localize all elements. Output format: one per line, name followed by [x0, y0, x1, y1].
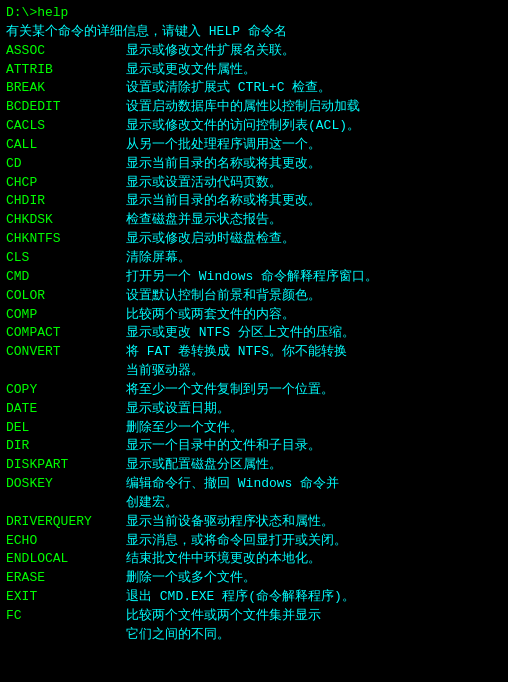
command-row: ASSOC显示或修改文件扩展名关联。: [6, 42, 502, 61]
command-row: CMD打开另一个 Windows 命令解释程序窗口。: [6, 268, 502, 287]
command-row: BREAK设置或清除扩展式 CTRL+C 检查。: [6, 79, 502, 98]
command-row: DEL删除至少一个文件。: [6, 419, 502, 438]
command-row: FC比较两个文件或两个文件集并显示: [6, 607, 502, 626]
command-row: ECHO显示消息，或将命令回显打开或关闭。: [6, 532, 502, 551]
command-row: CLS清除屏幕。: [6, 249, 502, 268]
command-row: BCDEDIT设置启动数据库中的属性以控制启动加载: [6, 98, 502, 117]
command-row: CHDIR显示当前目录的名称或将其更改。: [6, 192, 502, 211]
command-row: CACLS显示或修改文件的访问控制列表(ACL)。: [6, 117, 502, 136]
command-row: COMP比较两个或两套文件的内容。: [6, 306, 502, 325]
command-row: DOSKEY编辑命令行、撤回 Windows 命令并: [6, 475, 502, 494]
command-row: ERASE删除一个或多个文件。: [6, 569, 502, 588]
command-row: DRIVERQUERY显示当前设备驱动程序状态和属性。: [6, 513, 502, 532]
command-row: CHCP显示或设置活动代码页数。: [6, 174, 502, 193]
command-row: EXIT退出 CMD.EXE 程序(命令解释程序)。: [6, 588, 502, 607]
command-row: ENDLOCAL结束批文件中环境更改的本地化。: [6, 550, 502, 569]
command-row: DISKPART显示或配置磁盘分区属性。: [6, 456, 502, 475]
command-row: ATTRIB显示或更改文件属性。: [6, 61, 502, 80]
command-row: COLOR设置默认控制台前景和背景颜色。: [6, 287, 502, 306]
command-row: CHKNTFS显示或修改启动时磁盘检查。: [6, 230, 502, 249]
terminal-window: D:\>help 有关某个命令的详细信息，请键入 HELP 命令名 ASSOC显…: [0, 0, 508, 682]
command-row: COPY将至少一个文件复制到另一个位置。: [6, 381, 502, 400]
header-line: 有关某个命令的详细信息，请键入 HELP 命令名: [6, 23, 502, 42]
command-row: CHKDSK检查磁盘并显示状态报告。: [6, 211, 502, 230]
command-continuation: 它们之间的不同。: [6, 626, 502, 645]
command-row: DIR显示一个目录中的文件和子目录。: [6, 437, 502, 456]
command-continuation: 当前驱动器。: [6, 362, 502, 381]
command-row: DATE显示或设置日期。: [6, 400, 502, 419]
command-row: CONVERT将 FAT 卷转换成 NTFS。你不能转换: [6, 343, 502, 362]
command-continuation: 创建宏。: [6, 494, 502, 513]
command-row: CD显示当前目录的名称或将其更改。: [6, 155, 502, 174]
prompt-line: D:\>help: [6, 4, 502, 23]
command-row: CALL从另一个批处理程序调用这一个。: [6, 136, 502, 155]
command-row: COMPACT显示或更改 NTFS 分区上文件的压缩。: [6, 324, 502, 343]
